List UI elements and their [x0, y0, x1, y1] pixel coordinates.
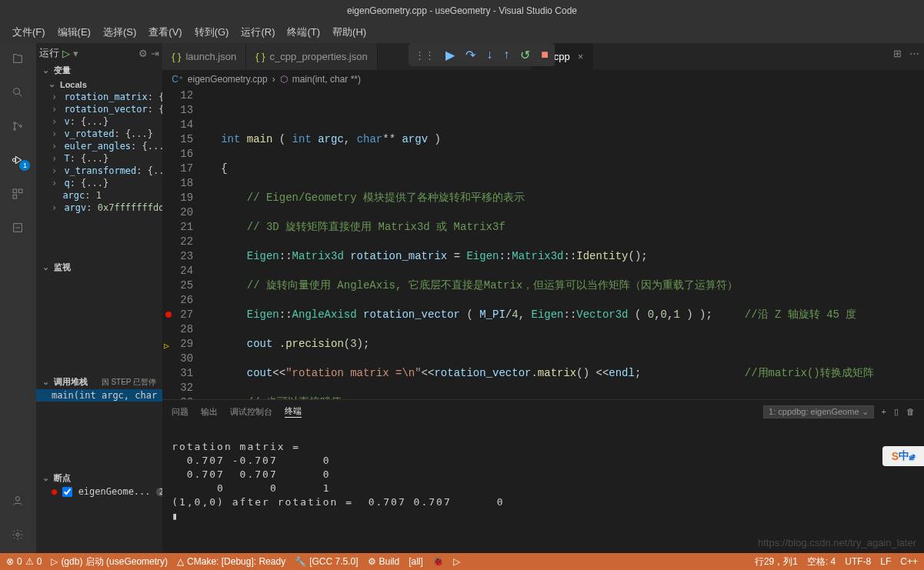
statusbar: ⊗ 0 ⚠ 0 ▷ (gdb) 启动 (useGeometry) △ CMake…: [0, 553, 924, 570]
tabs: { }launch.json { }c_cpp_properties.json …: [162, 43, 924, 70]
output-tab[interactable]: 输出: [201, 406, 218, 418]
account-icon[interactable]: [8, 492, 27, 510]
new-terminal-icon[interactable]: +: [882, 407, 886, 416]
var-item: › v_transformed: {...}: [36, 165, 162, 177]
gutter: 1213141516171819202122232425262728▷29303…: [162, 88, 208, 399]
activity-bar: 1: [0, 43, 36, 553]
svg-rect-6: [19, 189, 23, 193]
config-dropdown[interactable]: ▾: [73, 48, 78, 59]
testing-icon[interactable]: [8, 218, 27, 237]
run-label: 运行: [39, 46, 59, 60]
panel-tabs: 问题 输出 调试控制台 终端 1: cppdbg: eigenGeome ⌄ +…: [162, 400, 924, 423]
extensions-icon[interactable]: [8, 185, 27, 203]
watermark: https://blog.csdn.net/try_again_later: [758, 537, 916, 548]
step-over-icon[interactable]: ↷: [465, 48, 475, 62]
menu-help[interactable]: 帮助(H): [326, 25, 372, 39]
code-editor[interactable]: 1213141516171819202122232425262728▷29303…: [162, 88, 924, 399]
debug-console-tab[interactable]: 调试控制台: [230, 406, 272, 418]
menu-file[interactable]: 文件(F): [6, 25, 52, 39]
problems-tab[interactable]: 问题: [172, 406, 188, 418]
status-lang[interactable]: C++: [900, 555, 918, 568]
menu-go[interactable]: 转到(G): [188, 25, 235, 39]
callstack-frame[interactable]: main(int argc, char **: [36, 389, 162, 402]
status-debug[interactable]: ▷ (gdb) 启动 (useGeometry): [51, 555, 168, 568]
more-icon[interactable]: ⋯: [909, 48, 919, 59]
var-item: argc: 1: [36, 189, 162, 202]
svg-rect-5: [13, 189, 17, 193]
stop-icon[interactable]: ■: [541, 48, 549, 62]
status-cmake[interactable]: △ CMake: [Debug]: Ready: [177, 556, 285, 567]
start-debug-icon[interactable]: ▷: [62, 48, 70, 59]
svg-point-9: [16, 497, 20, 501]
explorer-icon[interactable]: [8, 49, 27, 68]
var-item: › argv: 0x7fffffffdd38: [36, 202, 162, 214]
status-run[interactable]: ▷: [453, 556, 460, 567]
svg-point-0: [14, 88, 20, 95]
status-encoding[interactable]: UTF-8: [845, 555, 871, 568]
status-spaces[interactable]: 空格: 4: [807, 555, 836, 568]
var-item: › v: {...}: [36, 115, 162, 128]
callstack-section[interactable]: ⌄调用堆栈因 STEP 已暂停: [36, 375, 162, 389]
tab-cpp-props[interactable]: { }c_cpp_properties.json: [246, 43, 378, 70]
split-terminal-icon[interactable]: ▯: [894, 407, 899, 417]
svg-point-2: [14, 128, 16, 131]
menu-terminal[interactable]: 终端(T): [281, 25, 326, 39]
menu-edit[interactable]: 编辑(E): [52, 25, 97, 39]
var-item: › T: {...}: [36, 152, 162, 165]
menu-view[interactable]: 查看(V): [142, 25, 188, 39]
status-all[interactable]: [all]: [409, 556, 423, 567]
var-item: › q: {...}: [36, 177, 162, 189]
var-item: › euler_angles: {...}: [36, 140, 162, 152]
status-build[interactable]: ⚙ Build: [368, 556, 400, 567]
kill-terminal-icon[interactable]: 🗑: [906, 407, 915, 416]
svg-point-4: [13, 158, 16, 162]
drag-handle-icon[interactable]: ⋮⋮: [415, 49, 435, 61]
step-into-icon[interactable]: ↓: [486, 48, 492, 62]
search-icon[interactable]: [8, 83, 27, 102]
svg-point-10: [16, 533, 19, 536]
close-icon[interactable]: ×: [578, 51, 584, 62]
settings-icon[interactable]: [8, 525, 27, 544]
titlebar: eigenGeometry.cpp - useGeometry - Visual…: [0, 0, 924, 22]
status-errors[interactable]: ⊗ 0 ⚠ 0: [6, 556, 42, 567]
status-eol[interactable]: LF: [880, 555, 891, 568]
sidebar: 运行 ▷ ▾ ⚙ ⇥ ⌄变量 ⌄Locals › rotation_matrix…: [36, 43, 162, 553]
variables-section[interactable]: ⌄变量: [36, 63, 162, 78]
status-pos[interactable]: 行29，列1: [755, 555, 798, 568]
breakpoint-glyph[interactable]: [165, 312, 172, 318]
status-gcc[interactable]: 🔧 [GCC 7.5.0]: [295, 556, 358, 567]
continue-icon[interactable]: ▶: [445, 48, 455, 62]
breakpoint-item[interactable]: ● eigenGeome... 27: [36, 485, 162, 498]
svg-point-1: [14, 122, 16, 125]
step-out-icon[interactable]: ↑: [503, 48, 509, 62]
scm-icon[interactable]: [8, 117, 27, 135]
var-item: › rotation_vector: {...}: [36, 103, 162, 115]
breakpoints-section[interactable]: ⌄断点: [36, 471, 162, 485]
menu-selection[interactable]: 选择(S): [97, 25, 142, 39]
gear-icon[interactable]: ⚙: [138, 48, 148, 59]
editor-area: { }launch.json { }c_cpp_properties.json …: [162, 43, 924, 553]
editor-actions: ⊞ ⋯: [893, 48, 919, 59]
svg-rect-7: [13, 195, 17, 198]
terminal-tab[interactable]: 终端: [285, 405, 302, 418]
status-debug-launch[interactable]: 🐞: [432, 556, 444, 567]
window-title: eigenGeometry.cpp - useGeometry - Visual…: [347, 5, 577, 16]
svg-point-3: [20, 125, 22, 128]
compare-icon[interactable]: ⊞: [893, 48, 902, 59]
menu-run[interactable]: 运行(R): [235, 25, 281, 39]
tab-launch-json[interactable]: { }launch.json: [162, 43, 246, 70]
menubar: 文件(F) 编辑(E) 选择(S) 查看(V) 转到(G) 运行(R) 终端(T…: [0, 22, 924, 43]
terminal-output[interactable]: rotation matrix = 0.707 -0.707 0 0.707 0…: [162, 423, 924, 553]
debug-icon[interactable]: 1: [8, 151, 27, 169]
terminal-selector[interactable]: 1: cppdbg: eigenGeome ⌄: [763, 405, 873, 418]
locals-section[interactable]: ⌄Locals: [36, 78, 162, 91]
watch-section[interactable]: ⌄监视: [36, 260, 162, 275]
code-content[interactable]: int main ( int argc, char** argv ) { // …: [208, 88, 893, 399]
sogou-ime-badge: S 中 ⸙: [882, 446, 924, 466]
minimap[interactable]: [893, 88, 924, 399]
console-icon[interactable]: ⇥: [151, 48, 159, 59]
var-item: › v_rotated: {...}: [36, 128, 162, 140]
breadcrumb[interactable]: C⁺eigenGeometry.cpp › ⬡ main(int, char *…: [162, 70, 924, 88]
run-config: 运行 ▷ ▾ ⚙ ⇥: [36, 43, 162, 63]
restart-icon[interactable]: ↺: [520, 48, 530, 62]
